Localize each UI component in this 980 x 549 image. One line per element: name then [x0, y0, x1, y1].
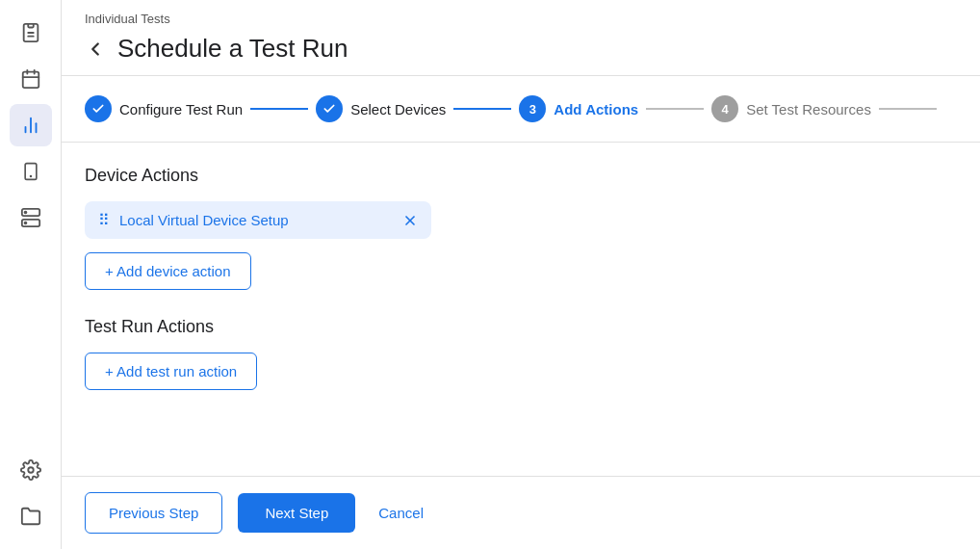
- sidebar-item-phone[interactable]: [10, 150, 52, 193]
- sidebar-item-calendar[interactable]: [10, 58, 52, 100]
- step-3-number: 3: [529, 102, 536, 117]
- footer: Previous Step Next Step Cancel: [62, 476, 980, 549]
- drag-handle-icon[interactable]: ⠿: [98, 211, 110, 229]
- connector-1: [250, 108, 308, 110]
- page-title: Schedule a Test Run: [117, 34, 348, 64]
- cancel-button[interactable]: Cancel: [371, 493, 431, 533]
- step-3-circle: 3: [519, 95, 546, 122]
- content-area: Device Actions ⠿ Local Virtual Device Se…: [62, 143, 980, 476]
- remove-device-action-button[interactable]: [402, 213, 418, 228]
- next-step-button[interactable]: Next Step: [238, 493, 355, 533]
- test-run-actions-title: Test Run Actions: [85, 317, 957, 337]
- svg-point-16: [28, 467, 34, 473]
- step-2-label: Select Devices: [350, 101, 446, 118]
- step-3-label: Add Actions: [554, 101, 638, 118]
- test-run-actions-section: Test Run Actions + Add test run action: [85, 317, 957, 390]
- back-button[interactable]: [85, 39, 106, 60]
- connector-3: [646, 108, 704, 110]
- device-actions-title: Device Actions: [85, 166, 957, 186]
- previous-step-button[interactable]: Previous Step: [85, 492, 222, 534]
- device-action-label: Local Virtual Device Setup: [119, 212, 393, 228]
- main-content: Individual Tests Schedule a Test Run Con…: [62, 0, 980, 549]
- step-4-label: Set Test Resources: [746, 101, 871, 118]
- svg-rect-0: [28, 24, 34, 28]
- sidebar-item-server[interactable]: [10, 196, 52, 239]
- device-actions-section: Device Actions ⠿ Local Virtual Device Se…: [85, 166, 957, 290]
- sidebar-item-folder[interactable]: [10, 495, 52, 537]
- step-4-number: 4: [722, 102, 729, 117]
- svg-point-15: [24, 222, 26, 224]
- step-select-devices: Select Devices: [316, 95, 446, 122]
- step-set-resources: 4 Set Test Resources: [711, 95, 871, 122]
- add-device-action-button[interactable]: + Add device action: [85, 252, 251, 290]
- device-action-chip: ⠿ Local Virtual Device Setup: [85, 201, 431, 239]
- step-1-circle: [85, 95, 112, 122]
- sidebar: [0, 0, 62, 549]
- breadcrumb: Individual Tests: [85, 12, 957, 26]
- step-add-actions: 3 Add Actions: [519, 95, 638, 122]
- step-4-circle: 4: [711, 95, 738, 122]
- svg-point-14: [24, 212, 26, 214]
- connector-2: [453, 108, 511, 110]
- step-1-label: Configure Test Run: [119, 101, 243, 118]
- header: Individual Tests Schedule a Test Run: [62, 0, 980, 76]
- svg-rect-3: [22, 72, 39, 89]
- step-2-circle: [316, 95, 343, 122]
- stepper: Configure Test Run Select Devices 3 Add …: [62, 76, 980, 143]
- sidebar-item-chart[interactable]: [10, 104, 52, 146]
- connector-4: [879, 108, 937, 110]
- sidebar-item-settings[interactable]: [10, 449, 52, 491]
- add-test-run-action-button[interactable]: + Add test run action: [85, 353, 257, 390]
- sidebar-item-clipboard[interactable]: [10, 12, 52, 54]
- step-configure: Configure Test Run: [85, 95, 243, 122]
